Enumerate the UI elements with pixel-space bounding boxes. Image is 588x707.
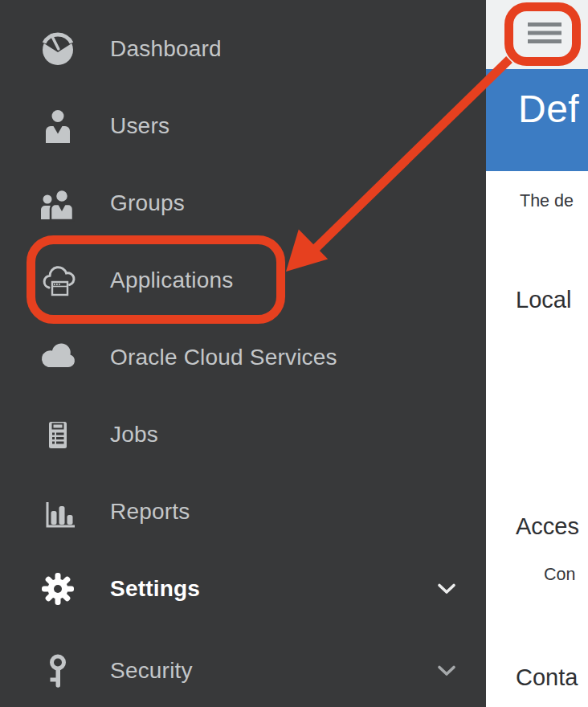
topbar [486,0,588,69]
chevron-down-icon [437,583,456,595]
group-icon [39,184,77,223]
sidebar-item-jobs[interactable]: Jobs [0,407,486,462]
sidebar-item-label: Groups [110,190,185,216]
sidebar-item-label: Jobs [110,422,158,447]
gear-icon [39,570,77,608]
menu-toggle-button[interactable] [520,13,570,55]
content-area: Def The de Local Acces Con Conta [486,0,588,707]
section-heading-locale: Local [516,287,571,313]
chevron-down-icon [437,665,456,677]
sidebar-item-groups[interactable]: Groups [0,176,486,231]
bar-chart-icon [39,492,77,531]
sidebar-item-label: Security [110,658,193,684]
section-heading-access: Acces [516,513,579,540]
sidebar-item-label: Users [110,113,169,139]
page-title: Def [518,87,579,131]
page: Dashboard Users [0,0,588,707]
sidebar-item-oracle-cloud-services[interactable]: Oracle Cloud Services [0,330,486,385]
sidebar-item-security[interactable]: Security [0,644,486,698]
clipboard-list-icon [39,415,77,454]
hamburger-menu-icon [528,22,561,46]
cloud-icon [39,338,77,377]
sidebar-item-settings[interactable]: Settings [0,562,486,616]
sidebar-item-users[interactable]: Users [0,99,486,153]
sidebar-item-label: Oracle Cloud Services [110,345,337,370]
intro-text: The de [520,191,574,211]
sidebar-item-applications[interactable]: Applications [0,253,486,308]
cloud-app-icon [39,261,77,300]
subsection-label: Con [544,565,575,585]
sidebar-nav: Dashboard Users [0,0,486,707]
dashboard-gauge-icon [39,30,77,68]
page-header: Def [486,69,588,171]
sidebar-item-label: Dashboard [110,36,222,62]
sidebar-item-label: Applications [110,268,233,293]
sidebar-item-label: Reports [110,499,190,525]
sidebar-item-reports[interactable]: Reports [0,484,486,539]
sidebar-item-label: Settings [110,576,200,602]
key-icon [39,652,77,690]
sidebar-item-dashboard[interactable]: Dashboard [0,22,486,76]
user-icon [39,107,77,145]
section-heading-contact: Conta [516,664,578,691]
